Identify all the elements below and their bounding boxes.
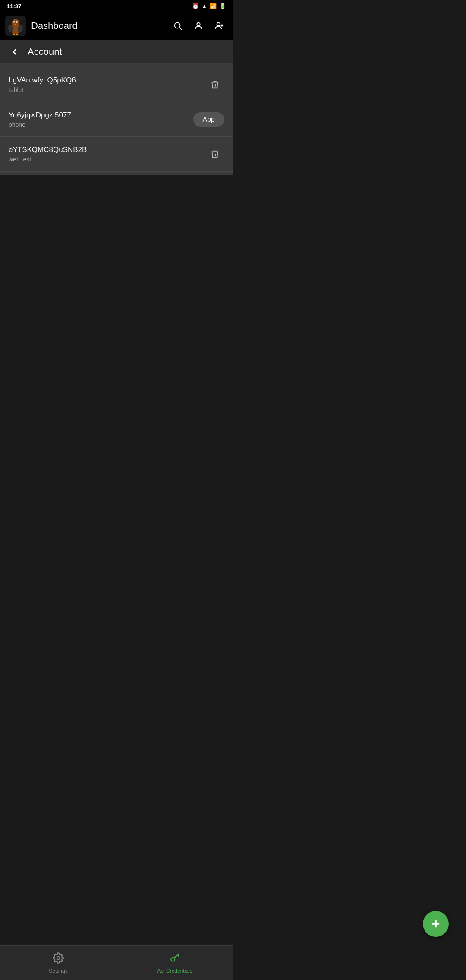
credential-label-3: web test (9, 156, 205, 163)
signal-icon: 📶 (210, 3, 217, 9)
svg-rect-11 (16, 34, 18, 35)
credential-label-2: phone (9, 121, 193, 128)
credentials-list: LgVAnIwfyLQ5pKQ6 tablet Yq6yjqwDpgzI5077… (0, 64, 233, 175)
status-time: 11:37 (7, 3, 21, 9)
profile-button[interactable] (190, 17, 207, 35)
credential-id-2: Yq6yjqwDpgzI5077 (9, 111, 193, 120)
list-item: eYTSKQMC8QuSNB2B web test (0, 137, 233, 172)
svg-point-15 (217, 23, 220, 26)
credential-action-3 (205, 145, 224, 164)
svg-point-12 (175, 23, 180, 28)
battery-icon: 🔋 (219, 3, 226, 9)
svg-point-5 (14, 22, 15, 23)
app-badge-button-2[interactable]: App (193, 112, 224, 127)
credential-action-1 (205, 75, 224, 94)
status-icons: ⏰ ▲ 📶 🔋 (192, 3, 226, 9)
svg-rect-10 (13, 34, 15, 35)
page-header: Account (0, 40, 233, 64)
credential-id-1: LgVAnIwfyLQ5pKQ6 (9, 76, 205, 85)
credential-label-1: tablet (9, 86, 205, 93)
add-user-button[interactable] (211, 17, 228, 35)
wifi-icon: ▲ (202, 3, 207, 9)
page-title: Account (28, 46, 62, 57)
app-bar: Dashboard (0, 12, 233, 40)
svg-point-14 (197, 23, 200, 26)
credential-id-3: eYTSKQMC8QuSNB2B (9, 145, 205, 154)
list-item: Yq6yjqwDpgzI5077 phone App (0, 102, 233, 137)
credential-text-1: LgVAnIwfyLQ5pKQ6 tablet (9, 76, 205, 93)
status-bar: 11:37 ⏰ ▲ 📶 🔋 (0, 0, 233, 12)
svg-point-2 (12, 19, 19, 27)
search-button[interactable] (169, 17, 186, 35)
alarm-icon: ⏰ (192, 3, 199, 9)
delete-button-1[interactable] (205, 75, 224, 94)
svg-point-6 (17, 22, 18, 23)
app-bar-actions (169, 17, 228, 35)
credential-text-3: eYTSKQMC8QuSNB2B web test (9, 145, 205, 163)
list-item: LgVAnIwfyLQ5pKQ6 tablet (0, 67, 233, 102)
svg-line-13 (179, 28, 182, 30)
back-button[interactable] (7, 44, 22, 60)
credential-text-2: Yq6yjqwDpgzI5077 phone (9, 111, 193, 128)
delete-button-3[interactable] (205, 145, 224, 164)
app-logo (5, 16, 26, 36)
app-bar-title: Dashboard (31, 20, 164, 32)
credential-action-2: App (193, 112, 224, 127)
